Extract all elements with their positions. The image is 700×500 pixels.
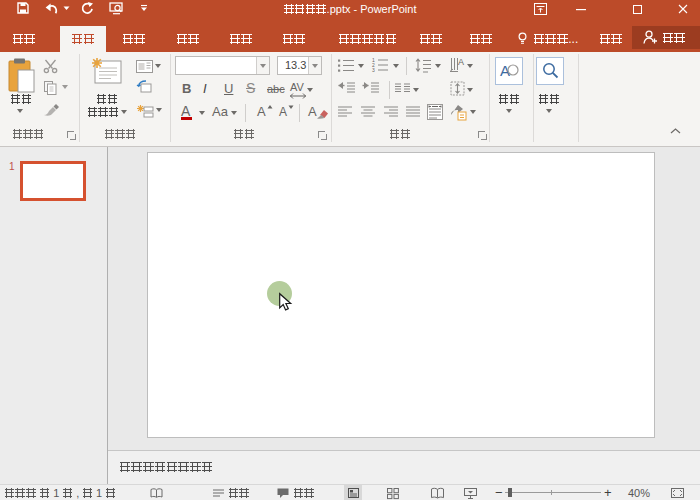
svg-text:A: A — [458, 57, 464, 67]
svg-text:3: 3 — [372, 67, 375, 73]
